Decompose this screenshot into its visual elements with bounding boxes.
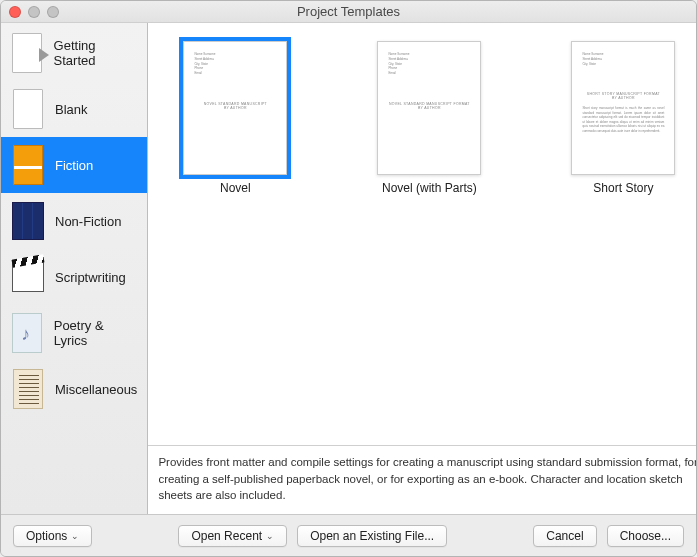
template-short-story[interactable]: Name SurnameStreet AddressCity, State SH… [548, 41, 697, 195]
template-label: Novel [220, 181, 251, 195]
template-label: Novel (with Parts) [382, 181, 477, 195]
template-gallery: Name SurnameStreet AddressCity, StatePho… [148, 23, 697, 445]
choose-button[interactable]: Choose... [607, 525, 684, 547]
sidebar-item-nonfiction[interactable]: Non-Fiction [1, 193, 147, 249]
button-label: Options [26, 529, 67, 543]
sidebar-item-label: Blank [55, 102, 88, 117]
button-label: Open an Existing File... [310, 529, 434, 543]
sidebar-item-label: Miscellaneous [55, 382, 137, 397]
sidebar-item-blank[interactable]: Blank [1, 81, 147, 137]
chevron-down-icon: ⌄ [266, 531, 274, 541]
sidebar-item-label: Poetry & Lyrics [54, 318, 138, 348]
music-note-icon [11, 311, 44, 355]
template-thumb-icon: Name SurnameStreet AddressCity, StatePho… [377, 41, 481, 175]
open-recent-button[interactable]: Open Recent ⌄ [178, 525, 287, 547]
titlebar: Project Templates [1, 1, 696, 23]
template-label: Short Story [593, 181, 653, 195]
chevron-down-icon: ⌄ [71, 531, 79, 541]
template-thumb-icon: Name SurnameStreet AddressCity, State SH… [571, 41, 675, 175]
sidebar-item-scriptwriting[interactable]: Scriptwriting [1, 249, 147, 305]
content-area: Name SurnameStreet AddressCity, StatePho… [148, 23, 697, 514]
sidebar-item-label: Non-Fiction [55, 214, 121, 229]
sidebar-item-label: Fiction [55, 158, 93, 173]
window-controls [9, 6, 59, 18]
sidebar-item-misc[interactable]: Miscellaneous [1, 361, 147, 417]
blank-page-icon [11, 87, 45, 131]
sidebar-item-fiction[interactable]: Fiction [1, 137, 147, 193]
button-label: Cancel [546, 529, 583, 543]
template-novel-parts[interactable]: Name SurnameStreet AddressCity, StatePho… [354, 41, 504, 195]
minimize-icon [28, 6, 40, 18]
button-label: Choose... [620, 529, 671, 543]
template-novel[interactable]: Name SurnameStreet AddressCity, StatePho… [160, 41, 310, 195]
open-existing-button[interactable]: Open an Existing File... [297, 525, 447, 547]
zoom-icon [47, 6, 59, 18]
main: Getting Started Blank Fiction Non-Fictio… [1, 23, 696, 514]
template-thumb-icon: Name SurnameStreet AddressCity, StatePho… [183, 41, 287, 175]
arrow-page-icon [11, 31, 44, 75]
sidebar: Getting Started Blank Fiction Non-Fictio… [1, 23, 148, 514]
close-icon[interactable] [9, 6, 21, 18]
window-title: Project Templates [1, 4, 696, 19]
parchment-icon [11, 367, 45, 411]
footer: Options ⌄ Open Recent ⌄ Open an Existing… [1, 514, 696, 556]
template-description: Provides front matter and compile settin… [148, 445, 697, 514]
sidebar-item-label: Getting Started [54, 38, 138, 68]
fiction-book-icon [11, 143, 45, 187]
sidebar-item-label: Scriptwriting [55, 270, 126, 285]
clapper-icon [11, 255, 45, 299]
sidebar-item-poetry[interactable]: Poetry & Lyrics [1, 305, 147, 361]
books-icon [11, 199, 45, 243]
sidebar-item-getting-started[interactable]: Getting Started [1, 25, 147, 81]
cancel-button[interactable]: Cancel [533, 525, 596, 547]
button-label: Open Recent [191, 529, 262, 543]
options-button[interactable]: Options ⌄ [13, 525, 92, 547]
